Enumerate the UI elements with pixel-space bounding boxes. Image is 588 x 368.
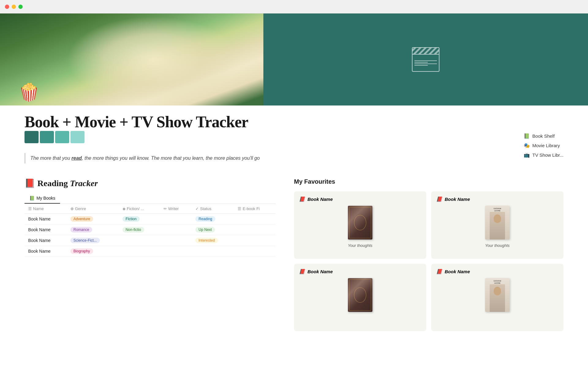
fav-card[interactable]: 📕 Book Name Your thoughts [294, 191, 426, 259]
fav-book-name: Book Name [445, 269, 470, 274]
reading-tracker-title: 📕 Reading Tracker [24, 178, 276, 188]
book-cover-ornate [348, 278, 372, 312]
favourites-title: My Favourites [294, 178, 564, 185]
cell-genre: Romance [67, 224, 119, 235]
cell-fiction: FIction [119, 213, 160, 224]
movie-icon: 🎭 [524, 143, 530, 148]
fiction-tag: Non-fictio [123, 227, 144, 232]
fav-card[interactable]: 📕 Book Name GIOVANILEONELEOIE [431, 264, 564, 331]
left-col: 📕 Reading Tracker 📗 My Books ☰Name ⊕Genr… [24, 178, 276, 331]
col-writer-icon: ✏ [164, 206, 167, 211]
fav-thoughts: Your thoughts [436, 243, 559, 248]
fiction-tag: FIction [123, 216, 140, 222]
cell-status: Interested [192, 235, 234, 246]
my-books-label: My Books [36, 196, 55, 201]
hero-banner: 🍿 [0, 13, 588, 105]
col-fiction-icon: ◈ [123, 206, 126, 211]
fav-thoughts: Your thoughts [299, 243, 421, 248]
cell-genre: Adventure [67, 213, 119, 224]
hero-photo: 🍿 [0, 13, 263, 105]
quote-suffix: , the more things you will know. The mor… [82, 155, 260, 161]
nav-item-tvshow[interactable]: 📺 TV Show Libr... [524, 152, 564, 158]
fav-card-header: 📕 Book Name [299, 196, 421, 202]
book-emoji: 📕 [436, 196, 442, 202]
fav-card[interactable]: 📕 Book Name GIOVANILEONELEOIE Your thoug… [431, 191, 564, 259]
cell-name: Book Name [24, 235, 67, 246]
cell-name: Book Name [24, 224, 67, 235]
col-name-icon: ☰ [28, 206, 32, 211]
book-cover-inner [354, 287, 366, 303]
right-col: My Favourites 📕 Book Name Your thoughts … [294, 178, 564, 331]
quote-block: The more that you read, the more things … [24, 153, 564, 163]
col-genre-icon: ⊕ [70, 206, 74, 211]
genre-tag: Romance [70, 227, 92, 232]
close-button[interactable] [5, 5, 9, 9]
nav-label-bookshelf: Book Shelf [532, 133, 555, 139]
col-writer: ✏Writer [160, 204, 192, 214]
table-row[interactable]: Book Name Romance Non-fictio Up Next [24, 224, 276, 235]
portrait-head [494, 287, 501, 295]
cell-writer [160, 246, 192, 256]
genre-tag: Science-Fict... [70, 238, 100, 243]
col-ebook-icon: ☰ [238, 206, 241, 211]
fav-card[interactable]: 📕 Book Name [294, 264, 426, 331]
cell-status: Reading [192, 213, 234, 224]
nav-label-movie: Movie Library [532, 143, 560, 148]
main-content: 📗 Book Shelf 🎭 Movie Library 📺 TV Show L… [0, 105, 588, 343]
my-books-icon: 📗 [29, 196, 35, 201]
maximize-button[interactable] [18, 5, 23, 9]
book-emoji: 📕 [299, 269, 305, 274]
cell-fiction [119, 246, 160, 256]
fav-book-name: Book Name [445, 197, 470, 202]
status-tag: Reading [195, 216, 215, 222]
nav-item-movie[interactable]: 🎭 Movie Library [524, 143, 564, 148]
nav-item-bookshelf[interactable]: 📗 Book Shelf [524, 133, 564, 139]
clap-line-2 [414, 62, 428, 63]
window-chrome [0, 0, 588, 13]
reading-tracker-italic: Tracker [70, 178, 98, 188]
col-fiction: ◈Fiction/ ... [119, 204, 160, 214]
cell-writer [160, 213, 192, 224]
books-table: ☰Name ⊕Genre ◈Fiction/ ... ✏Writer ✓Stat… [24, 204, 276, 257]
fav-card-header: 📕 Book Name [299, 269, 421, 274]
fav-card-header: 📕 Book Name [436, 269, 559, 274]
minimize-button[interactable] [12, 5, 16, 9]
right-nav: 📗 Book Shelf 🎭 Movie Library 📺 TV Show L… [524, 133, 564, 162]
popcorn-icon: 🍿 [18, 82, 40, 102]
status-tag: Interested [195, 238, 218, 243]
cell-ebook [234, 235, 276, 246]
cell-fiction: Non-fictio [119, 224, 160, 235]
swatch-1 [24, 131, 39, 143]
cell-ebook [234, 213, 276, 224]
book-cover-inner [354, 215, 366, 230]
table-row[interactable]: Book Name Adventure FIction Reading [24, 213, 276, 224]
clapboard-icon [412, 47, 439, 72]
table-row[interactable]: Book Name Biography [24, 246, 276, 256]
cell-genre: Biography [67, 246, 119, 256]
cell-name: Book Name [24, 213, 67, 224]
fav-book-name: Book Name [307, 197, 333, 202]
cell-fiction [119, 235, 160, 246]
cell-ebook [234, 246, 276, 256]
col-status: ✓Status [192, 204, 234, 214]
reading-tracker-emoji: 📕 [24, 178, 35, 188]
clap-line-1 [414, 60, 437, 61]
cell-genre: Science-Fict... [67, 235, 119, 246]
swatch-3 [55, 131, 69, 143]
fav-card-header: 📕 Book Name [436, 196, 559, 202]
page-title: Book + Movie + TV Show Tracker [24, 113, 564, 131]
color-swatches [24, 131, 564, 143]
book-cover-ornate [348, 206, 372, 240]
portrait-figure [490, 284, 505, 312]
table-header-row: ☰Name ⊕Genre ◈Fiction/ ... ✏Writer ✓Stat… [24, 204, 276, 214]
cell-status [192, 246, 234, 256]
table-row[interactable]: Book Name Science-Fict... Interested [24, 235, 276, 246]
swatch-4 [70, 131, 85, 143]
tab-my-books[interactable]: 📗 My Books [24, 193, 60, 204]
book-emoji: 📕 [299, 196, 305, 202]
bookshelf-icon: 📗 [524, 133, 530, 139]
book-emoji: 📕 [436, 269, 442, 274]
col-status-icon: ✓ [195, 206, 199, 211]
book-cover-portrait: GIOVANILEONELEOIE [485, 206, 510, 240]
cell-status: Up Next [192, 224, 234, 235]
